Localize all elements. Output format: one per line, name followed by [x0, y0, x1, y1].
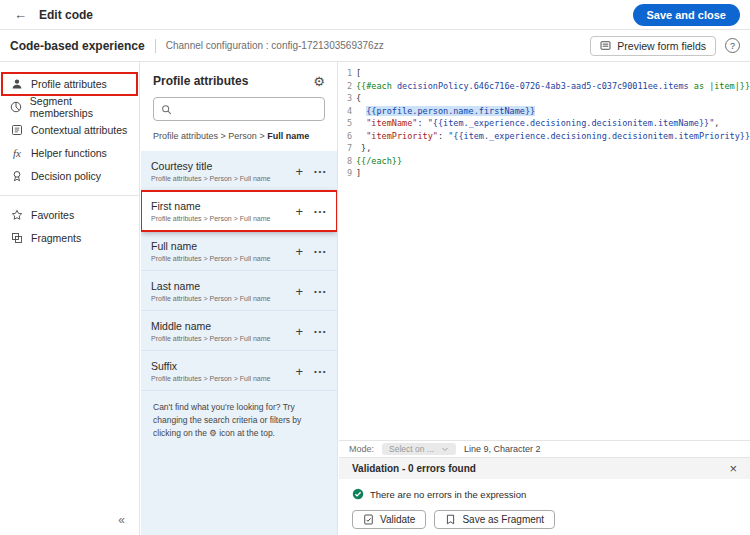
close-icon[interactable]: × — [729, 462, 737, 475]
attribute-name: Middle name — [151, 320, 296, 332]
attribute-card-courtesy-title[interactable]: Courtesy titleProfile attributes > Perso… — [141, 151, 337, 191]
search-box[interactable] — [153, 97, 325, 121]
sidebar-item-label: Fragments — [31, 232, 81, 244]
mode-label: Mode: — [349, 444, 374, 454]
attribute-actions: +••• — [296, 285, 328, 298]
attribute-name: Courtesy title — [151, 160, 296, 172]
attribute-card-last-name[interactable]: Last nameProfile attributes > Person > F… — [141, 271, 337, 311]
sidebar-item-label: Profile attributes — [31, 78, 107, 90]
breadcrumb-root[interactable]: Profile attributes — [153, 131, 218, 141]
attribute-card-middle-name[interactable]: Middle nameProfile attributes > Person >… — [141, 311, 337, 351]
more-options-button[interactable]: ••• — [314, 207, 327, 216]
sidebar-item-contextual-attributes[interactable]: Contextual attributes — [2, 119, 137, 141]
search-input[interactable] — [177, 104, 317, 115]
validation-panel: Validation - 0 errors found × There are … — [339, 457, 750, 535]
breadcrumb[interactable]: Profile attributes > Person > Full name — [141, 121, 337, 151]
back-icon[interactable]: ← — [14, 7, 27, 22]
more-options-button[interactable]: ••• — [314, 327, 327, 336]
sidebar-item-helper-functions[interactable]: fxHelper functions — [2, 142, 137, 164]
more-options-button[interactable]: ••• — [314, 167, 327, 176]
code-token: "{{item._experience.decisioning.decision… — [428, 118, 715, 128]
highlighted-code-token: {{profile.person.name.firstName}} — [366, 106, 535, 116]
attribute-actions: +••• — [296, 165, 328, 178]
mode-select[interactable]: Select on ... — [382, 443, 456, 455]
add-attribute-button[interactable]: + — [296, 205, 304, 218]
more-options-button[interactable]: ••• — [314, 367, 327, 376]
star-icon — [10, 209, 24, 221]
code-token: {{/each}} — [356, 156, 402, 166]
attribute-card-suffix[interactable]: SuffixProfile attributes > Person > Full… — [141, 351, 337, 391]
validate-button-label: Validate — [380, 514, 415, 525]
code-token: "itemName" — [366, 118, 417, 128]
code-lines[interactable]: [{{#each decisionPolicy.646c716e-0726-4a… — [356, 67, 750, 440]
attribute-card-full-name[interactable]: Full nameProfile attributes > Person > F… — [141, 231, 337, 271]
sidebar-item-label: Segment memberships — [30, 95, 129, 119]
code-line: [ — [356, 67, 750, 80]
code-line: }, — [356, 142, 750, 155]
segments-icon — [10, 101, 23, 113]
attribute-actions: +••• — [296, 245, 328, 258]
validation-message-row: There are no errors in the expression — [352, 488, 737, 500]
code-token — [356, 106, 366, 116]
add-attribute-button[interactable]: + — [296, 245, 304, 258]
code-token: : — [438, 131, 448, 141]
validate-button[interactable]: Validate — [352, 510, 426, 529]
sidebar-item-segment-memberships[interactable]: Segment memberships — [2, 96, 137, 118]
sidebar-item-label: Helper functions — [31, 147, 107, 159]
code-editor[interactable]: 123456789 [{{#each decisionPolicy.646c71… — [339, 62, 750, 440]
context-icon — [10, 124, 24, 136]
attribute-card-first-name[interactable]: First nameProfile attributes > Person > … — [141, 191, 337, 231]
attribute-name: Last name — [151, 280, 296, 292]
attributes-panel: Profile attributes ⚙ Profile attributes … — [141, 62, 338, 535]
page-title: Edit code — [39, 8, 93, 22]
attributes-panel-title: Profile attributes — [153, 74, 248, 88]
code-token: : — [417, 118, 427, 128]
attribute-info: Courtesy titleProfile attributes > Perso… — [151, 160, 296, 182]
add-attribute-button[interactable]: + — [296, 365, 304, 378]
attribute-path: Profile attributes > Person > Full name — [151, 375, 296, 382]
sidebar-item-fragments[interactable]: Fragments — [2, 227, 137, 249]
help-icon[interactable]: ? — [725, 38, 740, 53]
line-numbers: 123456789 — [339, 67, 356, 440]
attribute-path: Profile attributes > Person > Full name — [151, 175, 296, 182]
add-attribute-button[interactable]: + — [296, 285, 304, 298]
attribute-path: Profile attributes > Person > Full name — [151, 335, 296, 342]
validation-header: Validation - 0 errors found × — [339, 458, 750, 479]
attribute-info: Last nameProfile attributes > Person > F… — [151, 280, 296, 302]
settings-gear-icon[interactable]: ⚙ — [313, 75, 325, 88]
more-options-button[interactable]: ••• — [314, 247, 327, 256]
more-options-button[interactable]: ••• — [314, 287, 327, 296]
vertical-divider — [155, 39, 156, 53]
code-line: "itemPriority": "{{item._experience.deci… — [356, 130, 750, 143]
sidebar-item-profile-attributes[interactable]: Profile attributes — [2, 73, 137, 95]
preview-form-fields-label: Preview form fields — [617, 40, 706, 52]
code-line: ] — [356, 167, 750, 180]
add-attribute-button[interactable]: + — [296, 325, 304, 338]
code-token: as |item|}} — [689, 81, 750, 91]
validate-icon — [363, 514, 374, 525]
save-as-fragment-label: Save as Fragment — [462, 514, 544, 525]
sidebar-item-label: Favorites — [31, 209, 74, 221]
collapse-sidebar-button[interactable]: « — [118, 513, 125, 527]
validation-actions: Validate Save as Fragment — [352, 510, 737, 529]
attribute-info: First nameProfile attributes > Person > … — [151, 200, 296, 222]
validation-title: Validation - 0 errors found — [352, 463, 476, 474]
sub-header-actions: Preview form fields ? — [590, 36, 740, 56]
attribute-name: First name — [151, 200, 296, 212]
breadcrumb-mid[interactable]: Person — [228, 131, 257, 141]
attribute-actions: +••• — [296, 205, 328, 218]
fragment-icon — [10, 232, 24, 244]
save-as-fragment-button[interactable]: Save as Fragment — [434, 510, 555, 529]
sidebar-item-decision-policy[interactable]: Decision policy — [2, 165, 137, 187]
code-token — [356, 118, 366, 128]
preview-form-fields-button[interactable]: Preview form fields — [590, 36, 716, 56]
add-attribute-button[interactable]: + — [296, 165, 304, 178]
save-and-close-button[interactable]: Save and close — [633, 4, 741, 26]
sidebar-item-favorites[interactable]: Favorites — [2, 204, 137, 226]
search-icon — [161, 104, 172, 115]
top-bar: ← Edit code Save and close — [0, 0, 750, 30]
breadcrumb-separator: > — [259, 131, 264, 141]
code-token: decisionPolicy.646c716e-0726-4ab3-aad5-c… — [397, 81, 689, 91]
attribute-rows: Courtesy titleProfile attributes > Perso… — [141, 151, 337, 391]
attribute-info: Full nameProfile attributes > Person > F… — [151, 240, 296, 262]
